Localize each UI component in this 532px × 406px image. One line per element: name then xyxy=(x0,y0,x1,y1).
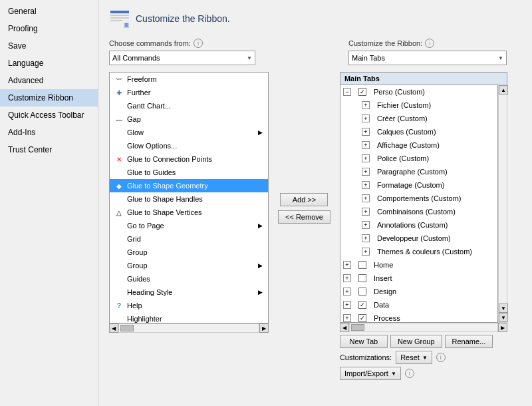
list-item[interactable]: — Gap xyxy=(110,112,268,126)
hscroll-right-right-btn[interactable]: ▶ xyxy=(498,323,507,332)
expand-developpeur-icon[interactable]: + xyxy=(362,234,370,242)
list-item[interactable]: Grid xyxy=(110,232,268,246)
hscroll-left-btn[interactable]: ◀ xyxy=(109,323,118,333)
sidebar-item-quick-access[interactable]: Quick Access Toolbar xyxy=(0,106,98,124)
add-button[interactable]: Add >> xyxy=(280,193,328,206)
checkbox-design[interactable] xyxy=(358,288,366,296)
tree-item[interactable]: + Insert xyxy=(340,272,497,285)
new-tab-button[interactable]: New Tab xyxy=(340,335,388,348)
sidebar-item-proofing[interactable]: Proofing xyxy=(0,20,98,37)
tree-item[interactable]: + Créer (Custom) xyxy=(340,112,497,125)
expand-design-icon[interactable]: + xyxy=(343,288,351,296)
remove-button[interactable]: << Remove xyxy=(278,210,331,224)
tree-item[interactable]: + ✓ Data xyxy=(340,298,497,311)
tree-item[interactable]: + Combinaisons (Custom) xyxy=(340,205,497,218)
checkbox-insert[interactable] xyxy=(358,274,366,282)
expand-fichier-icon[interactable]: + xyxy=(362,101,370,109)
expand-police-icon[interactable]: + xyxy=(362,154,370,162)
sidebar-item-add-ins[interactable]: Add-Ins xyxy=(0,124,98,141)
expand-comportements-icon[interactable]: + xyxy=(362,194,370,202)
right-vscrollbar[interactable]: ▲ ▼ ▼ xyxy=(498,85,507,323)
checkbox-process[interactable]: ✓ xyxy=(358,314,366,322)
tree-item[interactable]: − ✓ Perso (Custom) xyxy=(340,85,497,99)
expand-calques-icon[interactable]: + xyxy=(362,128,370,136)
vscroll-up-btn[interactable]: ▲ xyxy=(499,85,508,95)
hscroll-right-left-btn[interactable]: ◀ xyxy=(340,323,349,332)
list-item[interactable]: Glow ▶ xyxy=(110,126,268,139)
tree-item[interactable]: + Formatage (Custom) xyxy=(340,178,497,192)
rename-button[interactable]: Rename... xyxy=(445,335,493,348)
expand-annotations-icon[interactable]: + xyxy=(362,221,370,229)
reset-button[interactable]: Reset ▼ xyxy=(396,351,432,364)
list-item[interactable]: Glow Options... xyxy=(110,139,268,152)
vscroll-down2-btn[interactable]: ▼ xyxy=(499,313,508,322)
list-item[interactable]: Guides xyxy=(110,272,268,286)
tree-item[interactable]: + Comportements (Custom) xyxy=(340,192,497,205)
left-list-hscrollbar[interactable]: ◀ ▶ xyxy=(109,323,269,333)
expand-affichage-icon[interactable]: + xyxy=(362,141,370,149)
sidebar-item-customize-ribbon[interactable]: Customize Ribbon xyxy=(0,89,98,106)
list-item[interactable]: ◆ Glue to Shape Geometry xyxy=(110,179,268,192)
expand-creer-icon[interactable]: + xyxy=(362,114,370,122)
collapse-icon[interactable]: − xyxy=(343,88,351,96)
list-item[interactable]: Gantt Chart... xyxy=(110,99,268,112)
grid-icon xyxy=(114,234,124,244)
expand-themes-icon[interactable]: + xyxy=(362,248,370,256)
list-item[interactable]: ? Help xyxy=(110,299,268,312)
tree-item[interactable]: + Calques (Custom) xyxy=(340,125,497,138)
tree-item[interactable]: + Paragraphe (Custom) xyxy=(340,165,497,178)
list-item[interactable]: Glue to Shape Handles xyxy=(110,192,268,206)
expand-home-icon[interactable]: + xyxy=(343,261,351,269)
customizations-info-icon[interactable]: i xyxy=(436,353,446,362)
expand-formatage-icon[interactable]: + xyxy=(362,181,370,189)
sidebar-item-general[interactable]: General xyxy=(0,3,98,20)
list-item[interactable]: △ Glue to Shape Vertices xyxy=(110,206,268,219)
customize-ribbon-dropdown[interactable]: Main Tabs ▼ xyxy=(348,51,507,65)
list-item[interactable]: ✕ Glue to Connection Points xyxy=(110,152,268,166)
expand-paragraphe-icon[interactable]: + xyxy=(362,168,370,176)
vscroll-down-btn[interactable]: ▼ xyxy=(499,304,508,313)
tree-item[interactable]: + Annotations (Custom) xyxy=(340,218,497,232)
right-hscrollbar[interactable]: ◀ ▶ xyxy=(340,323,507,332)
tree-item[interactable]: + Developpeur (Custom) xyxy=(340,232,497,245)
submenu-arrow3-icon: ▶ xyxy=(258,262,263,269)
sidebar-item-save[interactable]: Save xyxy=(0,37,98,55)
checkbox-data[interactable]: ✓ xyxy=(358,301,366,309)
expand-process-icon[interactable]: + xyxy=(343,314,351,322)
list-item[interactable]: Heading Style ▶ xyxy=(110,286,268,299)
list-item[interactable]: 〰 Freeform xyxy=(110,73,268,86)
ribbon-tree[interactable]: − ✓ Perso (Custom) + Fichier (Custom) xyxy=(340,85,498,323)
tree-item[interactable]: + Fichier (Custom) xyxy=(340,99,497,112)
new-group-button[interactable]: New Group xyxy=(390,335,442,348)
import-export-button[interactable]: Import/Export ▼ xyxy=(340,367,401,380)
hscroll-thumb xyxy=(120,325,134,331)
tree-item[interactable]: + Design xyxy=(340,285,497,298)
hscroll-right-btn[interactable]: ▶ xyxy=(259,323,269,333)
tree-item[interactable]: + Police (Custom) xyxy=(340,152,497,165)
list-item[interactable]: ✚ Further xyxy=(110,86,268,99)
expand-data-icon[interactable]: + xyxy=(343,301,351,309)
checkbox-perso[interactable]: ✓ xyxy=(358,88,366,96)
tree-item[interactable]: + Themes & couleurs (Custom) xyxy=(340,245,497,258)
tree-item[interactable]: + ✓ Process xyxy=(340,311,497,323)
expand-insert-icon[interactable]: + xyxy=(343,274,351,282)
list-item[interactable]: Group ▶ xyxy=(110,259,268,272)
customize-ribbon-info-icon[interactable]: i xyxy=(425,39,434,48)
import-export-info-icon[interactable]: i xyxy=(405,369,414,378)
tree-item[interactable]: + Affichage (Custom) xyxy=(340,138,497,152)
tree-item[interactable]: + Home xyxy=(340,258,497,272)
expand-combinaisons-icon[interactable]: + xyxy=(362,208,370,216)
commands-list[interactable]: 〰 Freeform ✚ Further Gantt Chart... — Ga… xyxy=(109,72,269,323)
list-item[interactable]: Glue to Guides xyxy=(110,166,268,179)
sidebar-item-advanced[interactable]: Advanced xyxy=(0,72,98,89)
list-item[interactable]: Highlighter xyxy=(110,312,268,323)
choose-commands-dropdown[interactable]: All Commands ▼ xyxy=(109,51,255,65)
choose-commands-info-icon[interactable]: i xyxy=(194,39,203,48)
list-item[interactable]: Go to Page ▶ xyxy=(110,219,268,232)
glue-guides-icon xyxy=(114,167,124,178)
list-item[interactable]: Group xyxy=(110,246,268,259)
customize-ribbon-label: Customize the Ribbon: i xyxy=(348,39,507,48)
checkbox-home[interactable] xyxy=(358,261,366,269)
sidebar-item-trust-center[interactable]: Trust Center xyxy=(0,141,98,158)
sidebar-item-language[interactable]: Language xyxy=(0,55,98,72)
